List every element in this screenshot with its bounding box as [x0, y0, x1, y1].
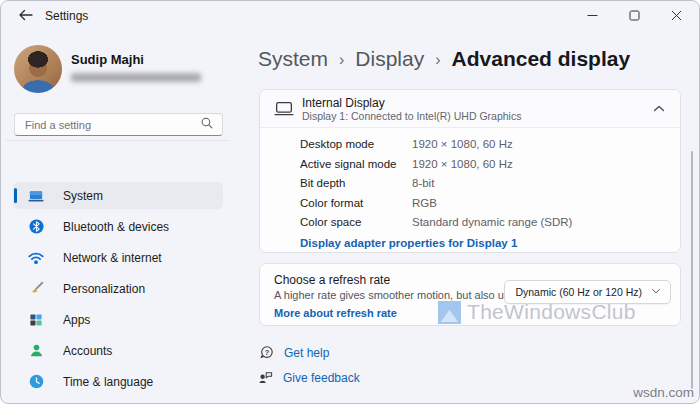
search-placeholder: Find a setting	[25, 119, 200, 131]
refresh-rate-dropdown[interactable]: Dynamic (60 Hz or 120 Hz)	[504, 280, 671, 304]
sidebar-item-label: Apps	[63, 313, 90, 327]
titlebar: Settings	[1, 1, 699, 31]
internal-display-card: Internal Display Display 1: Connected to…	[259, 89, 681, 253]
sidebar-nav: System Bluetooth & devices Network & int…	[1, 145, 234, 403]
sidebar-item-label: Bluetooth & devices	[63, 220, 169, 234]
card-subtitle: Display 1: Connected to Intel(R) UHD Gra…	[302, 110, 521, 122]
window-controls	[571, 1, 697, 30]
sidebar-item-apps[interactable]: Apps	[13, 306, 223, 333]
sidebar-item-accounts[interactable]: Accounts	[13, 337, 223, 364]
close-icon	[671, 7, 682, 25]
sidebar-item-system[interactable]: System	[13, 182, 223, 209]
detail-row: Desktop mode 1920 × 1080, 60 Hz	[300, 135, 680, 155]
display-adapter-properties-link[interactable]: Display adapter properties for Display 1	[300, 237, 517, 249]
person-icon	[27, 342, 45, 360]
detail-row: Bit depth 8-bit	[300, 174, 680, 194]
sidebar-divider	[6, 140, 229, 141]
sidebar-item-bluetooth-devices[interactable]: Bluetooth & devices	[13, 213, 223, 240]
back-button[interactable]	[13, 6, 39, 26]
brush-icon	[27, 280, 45, 298]
breadcrumb-system[interactable]: System	[258, 47, 328, 71]
monitor-icon	[273, 99, 295, 119]
give-feedback-label: Give feedback	[283, 371, 360, 385]
settings-window: Settings Sudip Majhi Find a setting	[0, 0, 700, 404]
help-icon: ?	[258, 344, 275, 361]
bluetooth-icon	[27, 218, 45, 236]
search-icon	[200, 116, 214, 134]
detail-value: 1920 × 1080, 60 Hz	[412, 155, 513, 175]
detail-value: 1920 × 1080, 60 Hz	[412, 135, 513, 155]
maximize-button[interactable]	[613, 1, 655, 30]
get-help-link[interactable]: ? Get help	[258, 344, 329, 361]
avatar[interactable]	[14, 45, 62, 93]
more-about-refresh-rate-link[interactable]: More about refresh rate	[274, 307, 397, 319]
sidebar-item-personalization[interactable]: Personalization	[13, 275, 223, 302]
watermark-wsdn: wsdn.com	[633, 385, 694, 400]
maximize-icon	[629, 7, 640, 25]
chevron-down-icon	[650, 283, 662, 301]
sidebar-item-label: System	[63, 189, 103, 203]
sidebar-item-label: Time & language	[63, 375, 153, 389]
svg-text:?: ?	[265, 348, 269, 357]
profile-name: Sudip Majhi	[71, 52, 144, 67]
detail-value: 8-bit	[412, 174, 434, 194]
detail-value: RGB	[412, 194, 437, 214]
sidebar-item-network-internet[interactable]: Network & internet	[13, 244, 223, 271]
feedback-icon	[257, 369, 274, 386]
sidebar-item-label: Personalization	[63, 282, 145, 296]
clock-icon	[27, 373, 45, 391]
selection-indicator	[14, 188, 17, 203]
detail-label: Color space	[300, 213, 412, 233]
detail-value: Standard dynamic range (SDR)	[412, 213, 572, 233]
internal-display-header-text: Internal Display Display 1: Connected to…	[302, 96, 521, 122]
detail-label: Active signal mode	[300, 155, 412, 175]
window-title: Settings	[45, 9, 88, 23]
breadcrumb-display[interactable]: Display	[355, 47, 424, 71]
display-details: Desktop mode 1920 × 1080, 60 Hz Active s…	[260, 128, 680, 251]
detail-row: Active signal mode 1920 × 1080, 60 Hz	[300, 155, 680, 175]
close-button[interactable]	[655, 1, 697, 30]
search-input[interactable]: Find a setting	[14, 113, 223, 136]
sidebar: Sudip Majhi Find a setting System Blueto	[1, 31, 234, 403]
page-title: Advanced display	[452, 47, 631, 71]
refresh-rate-card: Choose a refresh rate A higher rate give…	[259, 263, 681, 326]
vertical-scrollbar[interactable]	[691, 151, 693, 389]
breadcrumb-separator: ›	[339, 50, 344, 69]
detail-label: Color format	[300, 194, 412, 214]
sidebar-item-time-language[interactable]: Time & language	[13, 368, 223, 395]
sidebar-item-gaming[interactable]: Gaming	[13, 399, 223, 404]
detail-row: Color format RGB	[300, 194, 680, 214]
minimize-button[interactable]	[571, 1, 613, 30]
detail-label: Bit depth	[300, 174, 412, 194]
apps-icon	[27, 311, 45, 329]
sidebar-item-label: Accounts	[63, 344, 112, 358]
breadcrumb: System › Display › Advanced display	[258, 47, 630, 71]
refresh-rate-dropdown-value: Dynamic (60 Hz or 120 Hz)	[515, 286, 642, 298]
minimize-icon	[587, 7, 598, 25]
breadcrumb-separator: ›	[435, 50, 440, 69]
internal-display-header[interactable]: Internal Display Display 1: Connected to…	[260, 90, 680, 128]
profile-email-blurred	[71, 73, 201, 82]
detail-label: Desktop mode	[300, 135, 412, 155]
sidebar-item-label: Network & internet	[63, 251, 162, 265]
chevron-up-icon[interactable]	[651, 101, 667, 117]
card-title: Internal Display	[302, 96, 521, 110]
get-help-label: Get help	[284, 346, 329, 360]
system-icon	[27, 187, 45, 205]
back-arrow-icon	[19, 7, 33, 25]
detail-row: Color space Standard dynamic range (SDR)	[300, 213, 680, 233]
wifi-icon	[27, 249, 45, 267]
give-feedback-link[interactable]: Give feedback	[257, 369, 360, 386]
